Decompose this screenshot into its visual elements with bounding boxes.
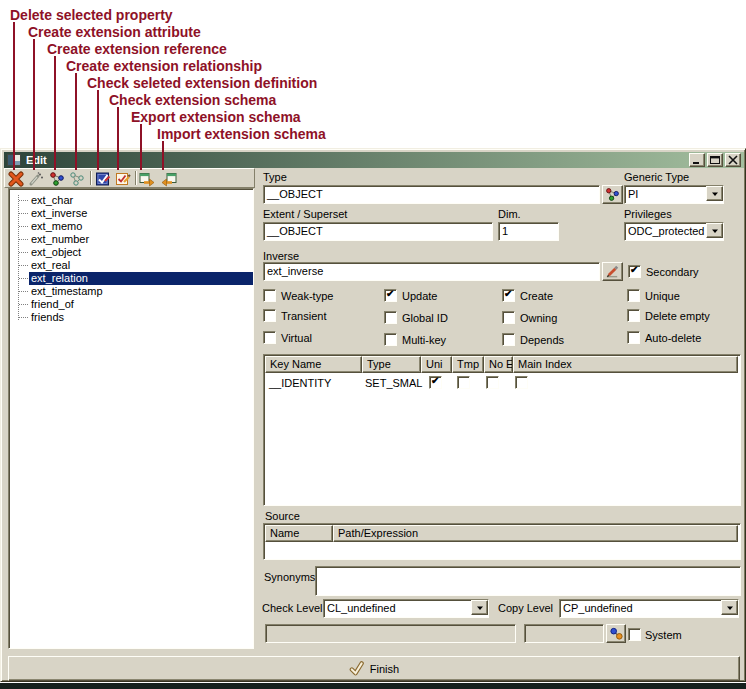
chevron-down-icon [711,227,719,235]
pencil-icon [605,264,620,279]
type-field[interactable]: __OBJECT [263,185,600,204]
tree-item-ext_char[interactable]: ext_char [9,194,253,207]
create-attribute-button[interactable] [27,170,45,187]
dropdown-button[interactable] [706,223,723,238]
key-row-uni-checkbox[interactable] [429,376,442,389]
tree-item-ext_real[interactable]: ext_real [9,259,253,272]
export-schema-icon [139,171,155,187]
delete-property-button[interactable] [7,170,25,187]
titlebar[interactable]: Edit [4,152,744,168]
owning-label: Owning [520,312,557,324]
privileges-label: Privileges [624,208,672,220]
chevron-down-icon [476,604,484,612]
virtual-checkbox[interactable] [263,331,276,344]
annotation-line [117,107,119,170]
check-schema-button[interactable] [114,170,132,187]
maximize-button[interactable] [707,153,723,167]
keys-header-tmp[interactable]: Tmp [452,356,484,373]
dropdown-button[interactable] [471,600,488,615]
keys-header-key-name[interactable]: Key Name [265,356,362,373]
inverse-label: Inverse [263,250,299,262]
transient-label: Transient [281,310,326,322]
key-row-tmp-checkbox[interactable] [457,376,470,389]
create-checkbox[interactable] [502,289,515,302]
aux-field-left[interactable] [265,624,516,643]
secondary-checkbox[interactable] [628,265,641,278]
tree-item-ext_inverse[interactable]: ext_inverse [9,207,253,220]
source-header-path[interactable]: Path/Expression [333,525,738,542]
generic-type-select[interactable]: PI [624,185,724,204]
edit-window: Edit [0,148,746,682]
tree-item-friend_of[interactable]: friend_of [9,298,253,311]
dropdown-button[interactable] [706,186,723,201]
tree-item-ext_number[interactable]: ext_number [9,233,253,246]
auto-delete-checkbox[interactable] [627,331,640,344]
keys-header-no-e[interactable]: No E [484,356,513,373]
node-browse-icon [605,187,620,202]
tree-item-friends[interactable]: friends [9,311,253,324]
keys-header-type[interactable]: Type [362,356,421,373]
annotation-line [33,39,35,170]
owning-checkbox[interactable] [502,311,515,324]
privileges-select[interactable]: ODC_protected [624,222,724,241]
tree-item-ext_memo[interactable]: ext_memo [9,220,253,233]
update-checkbox[interactable] [384,289,397,302]
source-table: Name Path/Expression [263,523,741,560]
tree-item-ext_object[interactable]: ext_object [9,246,253,259]
finish-button[interactable]: Finish [8,656,740,681]
inverse-edit-button[interactable] [602,262,623,281]
type-browse-button[interactable] [602,185,623,204]
export-schema-button[interactable] [138,170,156,187]
minimize-button[interactable] [689,153,705,167]
transient-checkbox[interactable] [263,309,276,322]
finish-label: Finish [370,663,399,675]
dim-label: Dim. [498,208,521,220]
tree-item-ext_relation-selected[interactable]: ext_relation [9,272,253,285]
create-label: Create [520,290,553,302]
keys-header-uni[interactable]: Uni [421,356,452,373]
update-label: Update [402,290,437,302]
weak-type-checkbox[interactable] [263,289,276,302]
keys-header-main-index[interactable]: Main Index [513,356,738,373]
link-nodes-icon [609,626,624,641]
multi-key-checkbox[interactable] [384,333,397,346]
annotation-line [162,141,164,170]
create-reference-button[interactable] [48,170,66,187]
check-definition-button[interactable] [94,170,112,187]
inverse-field[interactable]: ext_inverse [263,262,600,281]
global-id-checkbox[interactable] [384,311,397,324]
annotation-line [54,56,56,170]
create-reference-icon [49,171,65,187]
chevron-down-icon [726,604,734,612]
system-checkbox[interactable] [628,628,641,641]
aux-field-right[interactable] [524,624,604,643]
annotation-delete-property: Delete selected property [10,8,173,23]
key-row-no-e-checkbox[interactable] [486,376,499,389]
toolbar-separator [135,171,137,185]
depends-checkbox[interactable] [502,333,515,346]
create-relationship-button[interactable] [68,170,86,187]
annotation-line [97,90,99,170]
key-row-name[interactable]: __IDENTITY [269,377,331,390]
unique-checkbox[interactable] [627,289,640,302]
synonyms-field[interactable] [315,566,741,596]
source-label: Source [265,510,300,522]
property-tree[interactable]: ext_char ext_inverse ext_memo ext_number… [8,188,254,649]
dim-field[interactable]: 1 [498,222,559,241]
keys-table: Key Name Type Uni Tmp No E Main Index __… [263,354,741,506]
annotation-check-definition: Check seleted extension definition [87,76,317,91]
copy-level-select[interactable]: CP_undefined [559,599,739,618]
system-label: System [645,629,682,641]
import-schema-button[interactable] [160,170,178,187]
source-header-name[interactable]: Name [265,525,333,542]
key-row-main-index-checkbox[interactable] [515,376,528,389]
key-row-type[interactable]: SET_SMAL [365,377,422,390]
extent-field[interactable]: __OBJECT [263,222,493,241]
tree-item-ext_timestamp[interactable]: ext_timestamp [9,285,253,298]
check-definition-icon [95,171,111,187]
delete-empty-checkbox[interactable] [627,309,640,322]
close-button[interactable] [725,153,741,167]
dropdown-button[interactable] [721,600,738,615]
check-level-select[interactable]: CL_undefined [323,599,489,618]
link-button[interactable] [606,624,626,643]
